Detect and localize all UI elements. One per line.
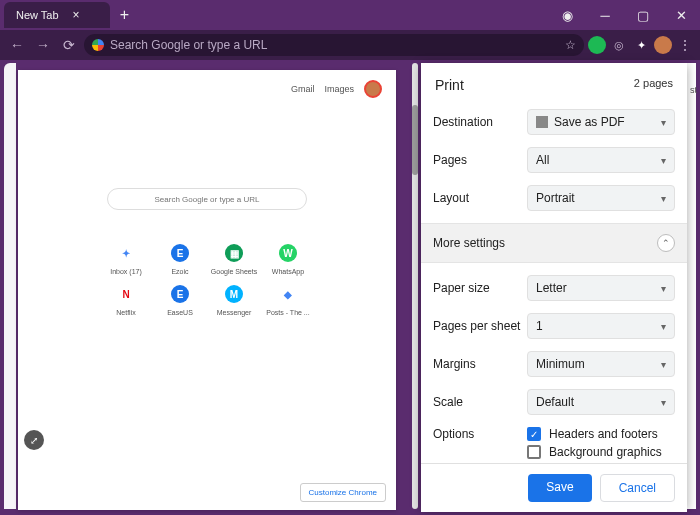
chevron-down-icon: ▾ <box>661 117 666 128</box>
shortcut-icon: ◆ <box>279 285 297 303</box>
close-tab-icon[interactable]: × <box>73 8 80 22</box>
margins-row: Margins Minimum ▾ <box>421 345 687 383</box>
print-dialog-header: Print 2 pages <box>421 63 687 103</box>
window-titlebar: New Tab × + ◉ ─ ▢ ✕ <box>0 0 700 30</box>
page-count: 2 pages <box>634 77 673 93</box>
shortcut-label: Inbox (17) <box>101 268 151 275</box>
options-row: Options ✓ Headers and footers <box>421 421 687 441</box>
preview-header: Gmail Images <box>18 70 396 108</box>
shortcut-tile: MMessenger <box>209 285 259 316</box>
chevron-down-icon: ▾ <box>661 397 666 408</box>
background-graphics-checkbox[interactable] <box>527 445 541 459</box>
new-tab-button[interactable]: + <box>120 6 129 24</box>
shortcut-tile: EEzoic <box>155 244 205 275</box>
shortcut-label: Messenger <box>209 309 259 316</box>
shortcut-icon: W <box>279 244 297 262</box>
content-area: st Gmail Images Search Google or type a … <box>0 60 700 515</box>
paper-size-row: Paper size Letter ▾ <box>421 269 687 307</box>
shortcut-label: Posts - The ... <box>263 309 313 316</box>
shortcut-tile: ◆Posts - The ... <box>263 285 313 316</box>
headers-footers-label: Headers and footers <box>549 427 658 441</box>
preview-avatar <box>364 80 382 98</box>
chevron-down-icon: ▾ <box>661 155 666 166</box>
pages-per-sheet-label: Pages per sheet <box>433 319 527 333</box>
expand-icon[interactable]: ⤢ <box>24 430 44 450</box>
layout-value: Portrait <box>536 191 575 205</box>
shortcut-tile: ✦Inbox (17) <box>101 244 151 275</box>
destination-select[interactable]: Save as PDF ▾ <box>527 109 675 135</box>
images-link: Images <box>324 84 354 94</box>
chevron-down-icon: ▾ <box>661 193 666 204</box>
profile-avatar[interactable] <box>654 36 672 54</box>
margins-label: Margins <box>433 357 527 371</box>
scale-value: Default <box>536 395 574 409</box>
pages-per-sheet-select[interactable]: 1 ▾ <box>527 313 675 339</box>
shortcut-label: Netflix <box>101 309 151 316</box>
pages-per-sheet-value: 1 <box>536 319 543 333</box>
forward-icon[interactable]: → <box>32 37 54 53</box>
pages-select[interactable]: All ▾ <box>527 147 675 173</box>
minimize-button[interactable]: ─ <box>586 1 624 29</box>
shortcut-icon: N <box>117 285 135 303</box>
shortcut-label: Ezoic <box>155 268 205 275</box>
shortcut-tile: NNetflix <box>101 285 151 316</box>
print-title: Print <box>435 77 464 93</box>
paper-size-value: Letter <box>536 281 567 295</box>
shortcut-icon: E <box>171 285 189 303</box>
reload-icon[interactable]: ⟳ <box>58 37 80 53</box>
extension-icon[interactable] <box>588 36 606 54</box>
print-preview-page: Gmail Images Search Google or type a URL… <box>18 70 396 510</box>
maximize-button[interactable]: ▢ <box>624 1 662 29</box>
extension-icon[interactable]: ◎ <box>610 36 628 54</box>
scale-label: Scale <box>433 395 527 409</box>
bookmark-icon[interactable]: ☆ <box>565 38 576 52</box>
customize-chrome-label: Customize Chrome <box>309 488 377 497</box>
extensions-puzzle-icon[interactable]: ✦ <box>632 36 650 54</box>
print-dialog: Print 2 pages Destination Save as PDF ▾ … <box>421 63 687 509</box>
scrollbar-thumb[interactable] <box>412 105 418 175</box>
shortcut-icon: ▦ <box>225 244 243 262</box>
more-settings-label: More settings <box>433 236 505 250</box>
destination-row: Destination Save as PDF ▾ <box>421 103 687 141</box>
preview-search-text: Search Google or type a URL <box>155 195 260 204</box>
shortcut-label: EaseUS <box>155 309 205 316</box>
pdf-icon <box>536 116 548 128</box>
layout-select[interactable]: Portrait ▾ <box>527 185 675 211</box>
save-button-label: Save <box>546 480 573 494</box>
save-button[interactable]: Save <box>528 474 591 502</box>
more-settings-toggle[interactable]: More settings ⌃ <box>421 223 687 263</box>
shortcut-label: Google Sheets <box>209 268 259 275</box>
shortcut-icon: ✦ <box>117 244 135 262</box>
preview-search-pill: Search Google or type a URL <box>107 188 307 210</box>
pages-per-sheet-row: Pages per sheet 1 ▾ <box>421 307 687 345</box>
pages-value: All <box>536 153 549 167</box>
paper-size-select[interactable]: Letter ▾ <box>527 275 675 301</box>
incognito-icon: ◉ <box>548 1 586 29</box>
destination-value: Save as PDF <box>554 115 625 129</box>
omnibox-placeholder: Search Google or type a URL <box>110 38 267 52</box>
browser-tab[interactable]: New Tab × <box>4 2 110 28</box>
close-window-button[interactable]: ✕ <box>662 1 700 29</box>
layout-row: Layout Portrait ▾ <box>421 179 687 217</box>
background-text: st <box>690 85 697 95</box>
background-graphics-row: Background graphics <box>421 441 687 463</box>
pages-label: Pages <box>433 153 527 167</box>
headers-footers-checkbox[interactable]: ✓ <box>527 427 541 441</box>
back-icon[interactable]: ← <box>6 37 28 53</box>
omnibox[interactable]: Search Google or type a URL ☆ <box>84 34 584 56</box>
scale-select[interactable]: Default ▾ <box>527 389 675 415</box>
google-icon <box>92 39 104 51</box>
chevron-down-icon: ▾ <box>661 321 666 332</box>
gmail-link: Gmail <box>291 84 315 94</box>
shortcut-icon: M <box>225 285 243 303</box>
chevron-up-icon: ⌃ <box>657 234 675 252</box>
shortcut-tile: EEaseUS <box>155 285 205 316</box>
layout-label: Layout <box>433 191 527 205</box>
shortcut-icon: E <box>171 244 189 262</box>
cancel-button[interactable]: Cancel <box>600 474 675 502</box>
destination-label: Destination <box>433 115 527 129</box>
margins-select[interactable]: Minimum ▾ <box>527 351 675 377</box>
menu-icon[interactable]: ⋮ <box>676 37 694 53</box>
chevron-down-icon: ▾ <box>661 283 666 294</box>
customize-chrome-button[interactable]: Customize Chrome <box>300 483 386 502</box>
